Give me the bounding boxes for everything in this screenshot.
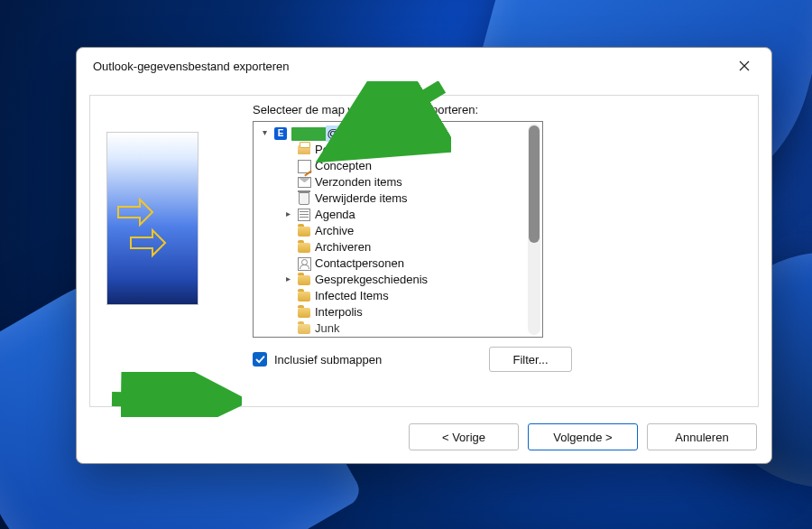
tree-item-label: Contactpersonen bbox=[315, 255, 404, 272]
folder-tree[interactable]: ▾ E xxxxx@live.nl Postvak IN Concepten bbox=[253, 121, 543, 338]
tree-item-label: Agenda bbox=[315, 207, 355, 223]
cancel-button[interactable]: Annuleren bbox=[647, 423, 757, 450]
tree-item-junk[interactable]: Junk bbox=[259, 320, 526, 337]
outlook-account-icon: E bbox=[273, 126, 288, 141]
tree-item-contacten[interactable]: Contactpersonen bbox=[259, 255, 526, 272]
illustration-arrows-icon bbox=[113, 185, 192, 266]
sent-icon bbox=[297, 175, 311, 190]
chevron-down-icon[interactable]: ▾ bbox=[259, 125, 270, 142]
tree-item-concepten[interactable]: Concepten bbox=[259, 158, 526, 174]
dialog-title: Outlook-gegevensbestand exporteren bbox=[93, 60, 290, 73]
checkbox-checked-icon bbox=[253, 352, 267, 367]
titlebar: Outlook-gegevensbestand exporteren bbox=[77, 48, 771, 84]
folder-icon bbox=[297, 273, 311, 287]
folder-tree-viewport: ▾ E xxxxx@live.nl Postvak IN Concepten bbox=[254, 122, 526, 337]
close-icon bbox=[739, 60, 750, 71]
tree-item-gesprekgeschiedenis[interactable]: ▸ Gesprekgeschiedenis bbox=[259, 272, 526, 288]
tree-item-postvak-in[interactable]: Postvak IN bbox=[259, 142, 526, 158]
include-subfolders-label: Inclusief submappen bbox=[274, 353, 382, 367]
tree-item-label: Archive bbox=[315, 223, 354, 239]
tree-root-label: xxxxx@live.nl bbox=[291, 127, 375, 141]
wizard-buttons: < Vorige Volgende > Annuleren bbox=[409, 423, 757, 450]
inbox-icon bbox=[297, 143, 311, 157]
next-button[interactable]: Volgende > bbox=[528, 423, 638, 450]
tree-item-label: Concepten bbox=[315, 158, 372, 174]
filter-button[interactable]: Filter... bbox=[489, 347, 572, 372]
calendar-icon bbox=[297, 208, 311, 222]
tree-item-label: Gesprekgeschiedenis bbox=[315, 272, 428, 288]
chevron-right-icon[interactable]: ▸ bbox=[282, 207, 293, 223]
tree-item-label: Infected Items bbox=[315, 288, 389, 304]
folder-icon bbox=[297, 240, 311, 255]
folder-icon bbox=[297, 224, 311, 238]
tree-item-label: Verzonden items bbox=[315, 174, 402, 190]
tree-item-label: Verwijderde items bbox=[315, 190, 408, 207]
folder-icon bbox=[297, 305, 311, 320]
tree-item-verzonden[interactable]: Verzonden items bbox=[259, 174, 526, 190]
tree-item-label: Postvak IN bbox=[315, 142, 372, 158]
folder-icon bbox=[297, 289, 311, 303]
chevron-right-icon[interactable]: ▸ bbox=[282, 272, 293, 288]
dialog-content-panel: Selecteer de map waaruit u wilt exporter… bbox=[89, 95, 759, 407]
tree-item-archiveren[interactable]: Archiveren bbox=[259, 239, 526, 255]
close-button[interactable] bbox=[726, 53, 762, 79]
drafts-icon bbox=[297, 159, 311, 173]
tree-root-account[interactable]: ▾ E xxxxx@live.nl bbox=[259, 125, 526, 142]
tree-scrollbar-thumb[interactable] bbox=[529, 125, 540, 243]
back-button[interactable]: < Vorige bbox=[409, 423, 519, 450]
tree-item-interpolis[interactable]: Interpolis bbox=[259, 304, 526, 320]
include-subfolders-checkbox[interactable]: Inclusief submappen bbox=[253, 352, 382, 367]
tree-scrollbar[interactable] bbox=[528, 124, 540, 335]
export-dialog: Outlook-gegevensbestand exporteren Selec… bbox=[76, 47, 772, 464]
tree-item-label: Interpolis bbox=[315, 304, 363, 320]
tree-item-archive[interactable]: Archive bbox=[259, 223, 526, 239]
wizard-illustration bbox=[106, 132, 198, 305]
select-folder-label: Selecteer de map waaruit u wilt exporter… bbox=[253, 103, 478, 116]
tree-item-verwijderd[interactable]: Verwijderde items bbox=[259, 190, 526, 207]
contacts-icon bbox=[297, 256, 311, 271]
tree-item-label: Junk bbox=[315, 320, 339, 337]
tree-item-agenda[interactable]: ▸ Agenda bbox=[259, 207, 526, 223]
tree-item-label: Archiveren bbox=[315, 239, 371, 255]
trash-icon bbox=[297, 191, 311, 206]
folder-icon bbox=[297, 321, 311, 336]
tree-item-infected[interactable]: Infected Items bbox=[259, 288, 526, 304]
